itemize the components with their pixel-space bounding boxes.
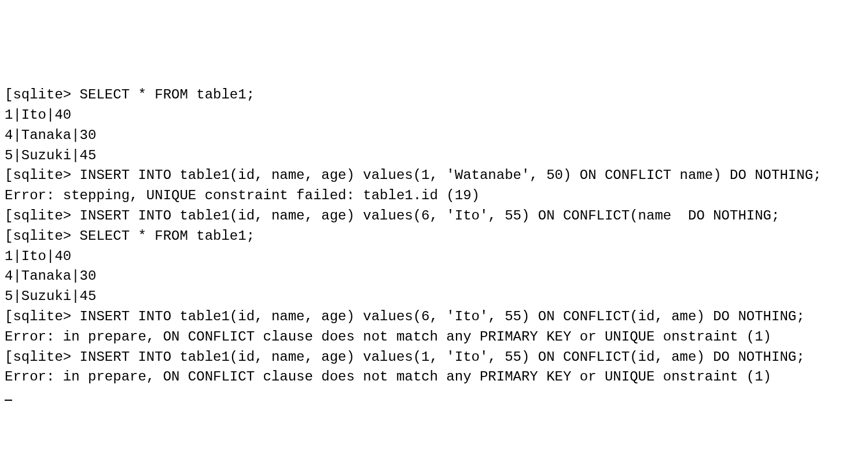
terminal-line: 5|Suzuki|45 [5,287,863,307]
terminal-line: 4|Tanaka|30 [5,126,863,146]
terminal-line: [sqlite> INSERT INTO table1(id, name, ag… [5,166,863,186]
terminal-line: [sqlite> SELECT * FROM table1; [5,85,863,105]
terminal-line: 1|Ito|40 [5,105,863,126]
terminal-line: 5|Suzuki|45 [5,146,863,166]
terminal-line: 4|Tanaka|30 [5,266,863,287]
terminal-line: [sqlite> INSERT INTO table1(id, name, ag… [5,206,863,226]
terminal-line: [sqlite> INSERT INTO table1(id, name, ag… [5,307,863,327]
terminal-line: 1|Ito|40 [5,247,863,267]
cursor-icon [5,400,12,401]
terminal-line: Error: in prepare, ON CONFLICT clause do… [5,327,863,347]
terminal-line: [sqlite> SELECT * FROM table1; [5,226,863,247]
terminal-line: [sqlite> INSERT INTO table1(id, name, ag… [5,347,863,368]
terminal-output[interactable]: [sqlite> SELECT * FROM table1;1|Ito|404|… [5,85,863,408]
terminal-line: Error: stepping, UNIQUE constraint faile… [5,186,863,206]
terminal-line: Error: in prepare, ON CONFLICT clause do… [5,367,863,387]
